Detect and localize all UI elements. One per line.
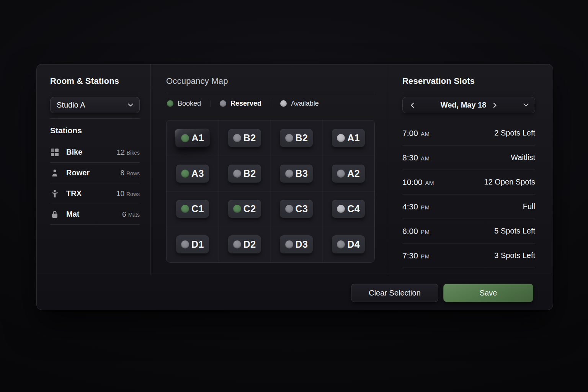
seat-label: D2 — [243, 239, 256, 250]
room-stations-panel: Room & Stations Studio A Stations — [37, 64, 151, 275]
seat-label: B2 — [296, 132, 308, 144]
reservation-card: Room & Stations Studio A Stations — [36, 64, 553, 310]
slot-time-value: 7:00 — [402, 129, 418, 138]
seat-tile[interactable]: D1 — [176, 235, 209, 253]
chevron-down-icon — [523, 103, 529, 107]
station-name: Bike — [66, 148, 82, 157]
slot-time-value: 7:30 — [402, 251, 418, 260]
slot-time-value: 8:30 — [402, 153, 418, 162]
seat-label: B2 — [243, 132, 256, 144]
slot-status: 12 Open Spots — [484, 178, 535, 186]
seat-tile[interactable]: C3 — [280, 200, 313, 218]
seat-status-dot — [233, 134, 241, 142]
station-name: Mat — [66, 210, 79, 219]
seat-label: A1 — [347, 132, 360, 144]
slots-list: 7:00AM 2 Spots Left 8:30AM Waitlist 10:0… — [402, 121, 535, 268]
seat-label: C3 — [296, 203, 308, 214]
seat-status-dot — [181, 134, 189, 142]
seat-tile[interactable]: A3 — [176, 165, 209, 183]
stations-list: Bike 12 Bikes Rower 8 Rows — [50, 142, 140, 225]
legend-separator — [210, 100, 211, 107]
divider — [50, 118, 140, 119]
prev-day-button[interactable] — [409, 101, 416, 109]
stations-heading: Stations — [50, 126, 82, 135]
slot-row[interactable]: 7:00AM 2 Spots Left — [402, 121, 535, 145]
seat-label: D1 — [191, 239, 204, 250]
seat-tile[interactable]: C4 — [332, 200, 365, 218]
station-row-mat[interactable]: Mat 6 Mats — [50, 204, 140, 225]
occupancy-legend: Booked Reserved Available — [167, 100, 319, 108]
next-day-button[interactable] — [492, 101, 498, 109]
slot-row[interactable]: 4:30PM Full — [402, 194, 535, 219]
station-row-rower[interactable]: Rower 8 Rows — [50, 163, 140, 183]
seat-tile[interactable]: B2 — [280, 129, 313, 147]
slot-meridiem: PM — [421, 229, 430, 235]
station-count-unit: Rows — [126, 170, 140, 176]
station-row-trx[interactable]: TRX 10 Rows — [50, 183, 140, 204]
chevron-down-icon — [128, 103, 133, 107]
mat-lock-icon — [50, 210, 59, 219]
slot-row[interactable]: 10:00AM 12 Open Spots — [402, 170, 535, 194]
legend-label: Booked — [178, 100, 201, 108]
seat-tile[interactable]: A1 — [332, 129, 365, 147]
slot-status: 3 Spots Left — [494, 251, 535, 260]
seat-label: B2 — [243, 168, 256, 179]
station-name: Rower — [66, 168, 90, 177]
station-row-bike[interactable]: Bike 12 Bikes — [50, 142, 140, 163]
slot-status: 5 Spots Left — [494, 227, 535, 235]
seat-tile[interactable]: C1 — [176, 200, 209, 218]
seat-label: C2 — [243, 203, 256, 214]
available-dot-icon — [280, 100, 287, 107]
seat-tile[interactable]: C2 — [228, 200, 261, 218]
slot-meridiem: AM — [421, 131, 430, 137]
reservation-slots-title: Reservation Slots — [402, 76, 475, 86]
seat-tile[interactable]: D4 — [332, 235, 365, 253]
seat-status-dot — [233, 205, 241, 213]
occupancy-title: Occupancy Map — [166, 76, 228, 86]
slot-status: Full — [523, 202, 535, 211]
seat-tile[interactable]: B2 — [228, 165, 261, 183]
reservation-slots-panel: Reservation Slots Wed, May 18 — [388, 64, 554, 275]
seat-status-dot — [233, 170, 241, 178]
date-selector[interactable]: Wed, May 18 — [402, 97, 535, 113]
seat-grid: A1 B2 B2 A1 A3 B2 B3 A2 C1 C2 C3 C4 D1 D… — [166, 120, 375, 263]
station-count-number: 10 — [116, 189, 124, 198]
seat-tile[interactable]: D3 — [280, 235, 313, 253]
booked-dot-icon — [167, 100, 173, 107]
station-count-number: 8 — [120, 169, 124, 177]
station-name: TRX — [66, 189, 82, 198]
seat-tile[interactable]: B2 — [228, 129, 261, 147]
seat-status-dot — [337, 170, 345, 178]
slot-time: 7:30PM — [402, 251, 430, 260]
slot-row[interactable]: 8:30AM Waitlist — [402, 145, 535, 170]
slot-meridiem: PM — [421, 253, 430, 260]
seat-status-dot — [285, 134, 293, 142]
legend-item-reserved: Reserved — [220, 100, 261, 108]
trx-person-icon — [50, 189, 59, 198]
seat-label: B3 — [296, 168, 308, 179]
slot-time-value: 10:00 — [402, 178, 423, 187]
seat-status-dot — [181, 240, 189, 248]
slot-meridiem: AM — [425, 180, 434, 186]
slot-time: 8:30AM — [402, 153, 430, 162]
seat-tile[interactable]: D2 — [228, 235, 261, 253]
station-count: 12 Bikes — [117, 148, 140, 157]
legend-item-booked: Booked — [167, 100, 201, 108]
slot-status: 2 Spots Left — [494, 129, 535, 137]
slot-time: 7:00AM — [402, 129, 430, 138]
legend-item-available: Available — [280, 100, 319, 108]
save-button[interactable]: Save — [443, 284, 533, 302]
slot-time-value: 4:30 — [402, 202, 418, 211]
clear-selection-button[interactable]: Clear Selection — [351, 284, 438, 302]
seat-tile[interactable]: B3 — [280, 165, 313, 183]
footer-bar: Clear Selection Save — [37, 275, 553, 310]
slot-time-value: 6:00 — [402, 227, 418, 236]
seat-tile[interactable]: A2 — [332, 165, 365, 183]
seat-status-dot — [337, 240, 345, 248]
room-select[interactable]: Studio A — [50, 97, 140, 113]
seat-label: A1 — [191, 132, 204, 144]
slot-row[interactable]: 7:30PM 3 Spots Left — [402, 243, 535, 268]
slot-time: 6:00PM — [402, 227, 430, 236]
slot-row[interactable]: 6:00PM 5 Spots Left — [402, 219, 535, 243]
seat-tile[interactable]: A1 — [175, 129, 210, 147]
